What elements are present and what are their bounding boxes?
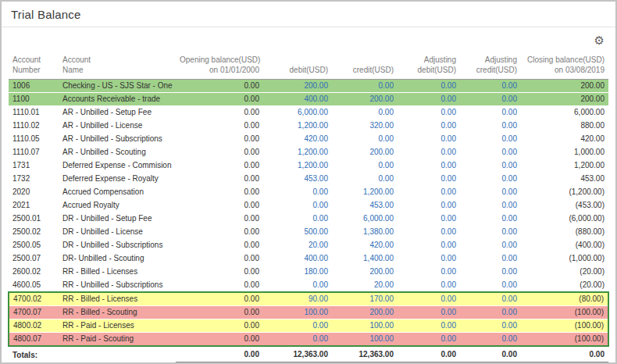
adjusting-credit-cell[interactable]: 0.00 (460, 120, 521, 133)
adjusting-debit-cell[interactable]: 0.00 (398, 133, 460, 146)
credit-amount-cell[interactable]: 0.00 (332, 133, 398, 146)
credit-amount-cell[interactable]: 100.00 (332, 319, 398, 333)
adjusting-credit-cell[interactable]: 0.00 (460, 239, 521, 252)
adjusting-debit-cell[interactable]: 0.00 (398, 279, 460, 293)
debit-amount-cell[interactable]: 100.00 (263, 306, 332, 319)
adjusting-debit-cell[interactable]: 0.00 (398, 120, 460, 133)
credit-amount-cell[interactable]: 0.00 (332, 159, 398, 173)
account-number-cell: 1110.07 (9, 146, 59, 159)
adjusting-credit-cell[interactable]: 0.00 (460, 212, 521, 226)
debit-amount-cell[interactable]: 0.00 (263, 333, 332, 347)
adjusting-debit-cell[interactable]: 0.00 (398, 226, 460, 239)
debit-amount-cell[interactable]: 180.00 (263, 266, 332, 279)
adjusting-debit-cell[interactable]: 0.00 (398, 252, 460, 266)
adjusting-debit-cell[interactable]: 0.00 (398, 159, 460, 173)
credit-amount-cell[interactable]: 200.00 (332, 266, 398, 279)
debit-amount-cell[interactable]: 400.00 (263, 93, 332, 106)
credit-amount-cell[interactable]: 200.00 (332, 146, 398, 159)
account-name-cell: AR - Unbilled - Scouting (59, 146, 176, 159)
debit-amount-cell[interactable]: 420.00 (263, 133, 332, 146)
debit-amount-cell[interactable]: 1,200.00 (263, 146, 332, 159)
debit-amount-cell[interactable]: 500.00 (263, 226, 332, 239)
debit-amount-cell[interactable]: 400.00 (263, 252, 332, 266)
settings-gear-icon[interactable]: ⚙ (594, 34, 605, 46)
credit-amount-cell[interactable]: 320.00 (332, 120, 398, 133)
adjusting-debit-cell[interactable]: 0.00 (398, 106, 460, 120)
debit-amount-cell[interactable]: 453.00 (263, 173, 332, 186)
adjusting-debit-cell[interactable]: 0.00 (398, 266, 460, 279)
debit-amount-cell[interactable]: 1,200.00 (263, 120, 332, 133)
column-header-opening-balance: Opening balance(USD) on 01/01/2000 (176, 52, 263, 80)
credit-amount-cell[interactable]: 0.00 (332, 106, 398, 120)
debit-amount-cell[interactable]: 200.00 (263, 80, 332, 93)
toolbar: ⚙ (2, 27, 615, 52)
adjusting-credit-cell[interactable]: 0.00 (460, 106, 521, 120)
credit-amount-cell[interactable]: 1,400.00 (332, 252, 398, 266)
adjusting-credit-cell[interactable]: 0.00 (460, 146, 521, 159)
adjusting-debit-cell[interactable]: 0.00 (398, 319, 460, 333)
adjusting-credit-cell[interactable]: 0.00 (460, 279, 521, 293)
adjusting-debit-cell[interactable]: 0.00 (398, 333, 460, 347)
adjusting-credit-cell[interactable]: 0.00 (460, 226, 521, 239)
table-row: 1100Accounts Receivable - trade0.00400.0… (9, 93, 608, 106)
debit-amount-cell[interactable]: 90.00 (263, 292, 332, 306)
debit-amount-cell[interactable]: 6,000.00 (263, 106, 332, 120)
credit-amount-cell[interactable]: 420.00 (332, 239, 398, 252)
adjusting-credit-cell[interactable]: 0.00 (460, 306, 521, 319)
adjusting-credit-cell[interactable]: 0.00 (460, 186, 521, 199)
credit-amount-cell[interactable]: 6,000.00 (332, 212, 398, 226)
adjusting-credit-cell[interactable]: 0.00 (460, 319, 521, 333)
debit-amount-cell[interactable]: 0.00 (263, 199, 332, 212)
adjusting-credit-cell[interactable]: 0.00 (460, 159, 521, 173)
adjusting-debit-cell[interactable]: 0.00 (398, 173, 460, 186)
debit-amount-cell[interactable]: 0.00 (263, 212, 332, 226)
adjusting-credit-cell[interactable]: 0.00 (460, 173, 521, 186)
closing-balance-cell: 1,200.00 (521, 159, 608, 173)
adjusting-credit-cell[interactable]: 0.00 (460, 133, 521, 146)
column-header-adjusting-credit: Adjusting credit(USD) (460, 52, 521, 80)
table-row: 1110.05AR - Unbilled - Subscriptions0.00… (9, 133, 608, 146)
debit-amount-cell[interactable]: 1,200.00 (263, 159, 332, 173)
adjusting-credit-cell[interactable]: 0.00 (460, 80, 521, 93)
adjusting-debit-cell[interactable]: 0.00 (398, 186, 460, 199)
adjusting-debit-cell[interactable]: 0.00 (398, 146, 460, 159)
account-name-cell: DR - Unbilled - Setup Fee (59, 212, 176, 226)
adjusting-debit-cell[interactable]: 0.00 (398, 93, 460, 106)
credit-amount-cell[interactable]: 453.00 (332, 199, 398, 212)
credit-amount-cell[interactable]: 200.00 (332, 306, 398, 319)
adjusting-debit-cell[interactable]: 0.00 (398, 292, 460, 306)
credit-amount-cell[interactable]: 200.00 (332, 93, 398, 106)
adjusting-credit-cell[interactable]: 0.00 (460, 93, 521, 106)
adjusting-credit-cell[interactable]: 0.00 (460, 199, 521, 212)
table-row: 2500.02DR - Unbilled - License0.00500.00… (9, 226, 608, 239)
credit-amount-cell[interactable]: 0.00 (332, 173, 398, 186)
opening-balance-cell: 0.00 (176, 333, 263, 347)
adjusting-credit-cell[interactable]: 0.00 (460, 333, 521, 347)
adjusting-debit-cell[interactable]: 0.00 (398, 306, 460, 319)
totals-row: Totals: 0.00 12,363.00 12,363.00 0.00 0.… (9, 346, 608, 363)
credit-amount-cell[interactable]: 20.00 (332, 279, 398, 293)
debit-amount-cell[interactable]: 20.00 (263, 239, 332, 252)
totals-adjusting-credit: 0.00 (460, 346, 521, 363)
account-name-cell: RR - Paid - Scouting (59, 333, 176, 347)
adjusting-credit-cell[interactable]: 0.00 (460, 292, 521, 306)
adjusting-debit-cell[interactable]: 0.00 (398, 80, 460, 93)
account-number-cell: 1100 (9, 93, 59, 106)
credit-amount-cell[interactable]: 170.00 (332, 292, 398, 306)
adjusting-credit-cell[interactable]: 0.00 (460, 252, 521, 266)
trial-balance-table: Account Number Account Name Opening bala… (8, 52, 609, 364)
adjusting-debit-cell[interactable]: 0.00 (398, 239, 460, 252)
debit-amount-cell[interactable]: 0.00 (263, 319, 332, 333)
credit-amount-cell[interactable]: 100.00 (332, 333, 398, 347)
table-row: 4800.02RR - Paid - Licenses0.000.00100.0… (9, 319, 608, 333)
adjusting-credit-cell[interactable]: 0.00 (460, 266, 521, 279)
closing-balance-cell: (1,200.00) (521, 186, 608, 199)
adjusting-debit-cell[interactable]: 0.00 (398, 199, 460, 212)
debit-amount-cell[interactable]: 0.00 (263, 186, 332, 199)
adjusting-debit-cell[interactable]: 0.00 (398, 212, 460, 226)
credit-amount-cell[interactable]: 0.00 (332, 80, 398, 93)
debit-amount-cell[interactable]: 0.00 (263, 279, 332, 293)
account-name-cell: RR - Unbilled - Subscriptions (59, 279, 176, 293)
credit-amount-cell[interactable]: 1,200.00 (332, 186, 398, 199)
credit-amount-cell[interactable]: 1,380.00 (332, 226, 398, 239)
